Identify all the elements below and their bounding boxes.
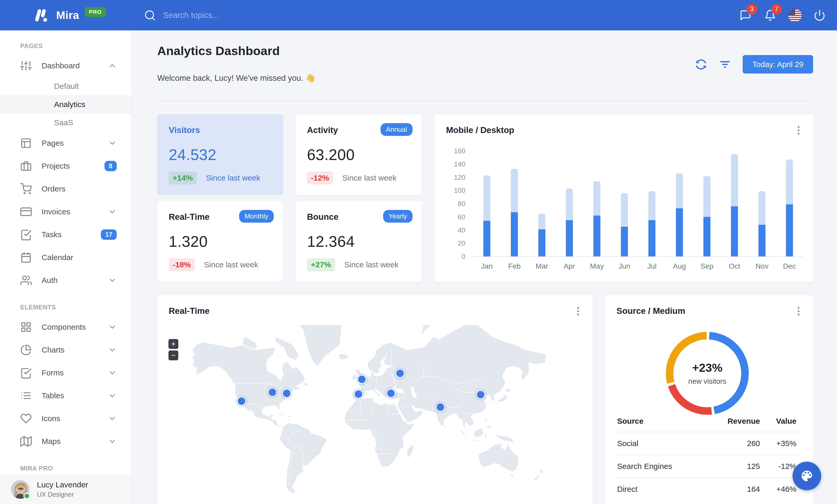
mobile-desktop-card: Mobile / Desktop 020406080100120140160Ja… xyxy=(434,114,813,282)
chevron-down-icon xyxy=(108,368,117,377)
sidebar-item-tables[interactable]: Tables xyxy=(0,384,131,407)
source-column-header[interactable]: Source xyxy=(617,413,707,432)
filter-button[interactable] xyxy=(719,58,731,71)
sidebar-item-label: Dashboard xyxy=(41,61,80,70)
source-table-row[interactable]: Search Engines125-12% xyxy=(617,455,802,478)
credit-card-icon xyxy=(20,206,32,218)
shopping-cart-icon xyxy=(20,183,32,194)
stat-delta-badge: +14% xyxy=(169,171,197,184)
messages-button[interactable]: 3 xyxy=(733,3,758,28)
source-table-row[interactable]: Social260+35% xyxy=(617,432,802,455)
check-square-icon xyxy=(20,367,32,378)
stat-caption: Since last week xyxy=(344,260,398,269)
sidebar-item-auth[interactable]: Auth xyxy=(0,269,131,292)
sidebar-item-orders[interactable]: Orders xyxy=(0,178,131,200)
stat-period-chip[interactable]: Monthly xyxy=(239,210,274,223)
chevron-down-icon xyxy=(108,139,117,148)
sidebar-item-forms[interactable]: Forms xyxy=(0,361,131,384)
svg-text:Mar: Mar xyxy=(535,262,548,270)
stat-value: 12.364 xyxy=(307,233,410,250)
stat-card-visitors: Visitors24.532+14%Since last week xyxy=(157,114,283,195)
language-button[interactable] xyxy=(782,3,807,28)
sidebar-item-label: Calendar xyxy=(41,253,73,262)
realtime-map-card: Real-Time + − xyxy=(157,295,593,504)
sidebar-item-dashboard[interactable]: Dashboard xyxy=(0,54,131,77)
donut-center-caption: new visitors xyxy=(688,377,726,386)
mobile-desktop-bar-chart: 020406080100120140160JanFebMarAprMayJunJ… xyxy=(446,146,805,275)
kebab-menu-icon[interactable] xyxy=(793,305,804,317)
stat-period-chip[interactable]: Annual xyxy=(380,123,412,136)
svg-text:Aug: Aug xyxy=(673,262,686,270)
value-column-header[interactable]: Value xyxy=(760,413,802,432)
refresh-button[interactable] xyxy=(695,58,707,71)
donut-center-value: +23% xyxy=(692,361,723,375)
revenue-cell: 125 xyxy=(707,455,760,478)
sidebar-item-tasks[interactable]: Tasks17 xyxy=(0,223,131,246)
sidebar-section-header: PAGES xyxy=(0,31,131,54)
map-zoom-in-button[interactable]: + xyxy=(168,339,178,349)
source-medium-title: Source / Medium xyxy=(617,306,802,316)
notifications-button[interactable]: 7 xyxy=(758,3,782,28)
source-table-row[interactable]: Direct164+46% xyxy=(617,478,802,500)
sidebar-item-projects[interactable]: Projects8 xyxy=(0,154,131,178)
online-status-dot xyxy=(23,492,30,499)
navbar-search xyxy=(144,10,309,21)
chevron-down-icon xyxy=(108,323,117,332)
theme-customizer-fab[interactable] xyxy=(793,462,821,490)
logout-button[interactable] xyxy=(807,3,832,28)
sidebar-user[interactable]: Lucy LavenderUX Designer xyxy=(0,475,131,504)
date-button[interactable]: Today: April 29 xyxy=(743,55,813,74)
stat-bottom: +27%Since last week xyxy=(307,258,410,271)
kebab-menu-icon[interactable] xyxy=(572,305,584,317)
palette-icon xyxy=(800,469,814,483)
sidebar-item-label: Orders xyxy=(41,184,66,193)
calendar-icon xyxy=(20,252,32,263)
user-role: UX Designer xyxy=(37,491,88,498)
kebab-menu-icon[interactable] xyxy=(793,125,804,136)
source-medium-card: Source / Medium +23% new visitors Source… xyxy=(605,295,813,504)
sidebar-item-invoices[interactable]: Invoices xyxy=(0,200,131,223)
power-icon xyxy=(814,10,825,21)
chevron-down-icon xyxy=(108,276,117,285)
search-input[interactable] xyxy=(163,11,309,20)
sidebar-item-charts[interactable]: Charts xyxy=(0,338,131,361)
revenue-column-header[interactable]: Revenue xyxy=(707,413,760,432)
us-flag-icon xyxy=(788,8,802,22)
sidebar-item-calendar[interactable]: Calendar xyxy=(0,246,131,269)
user-avatar xyxy=(11,480,30,499)
stat-period-chip[interactable]: Yearly xyxy=(383,210,412,223)
sidebar-item-label: Invoices xyxy=(41,207,70,216)
svg-text:Sep: Sep xyxy=(700,262,714,270)
sidebar-item-icons[interactable]: Icons xyxy=(0,407,131,430)
stat-value: 1.320 xyxy=(169,233,272,250)
mobile-desktop-title: Mobile / Desktop xyxy=(446,125,802,135)
brand[interactable]: Mira PRO xyxy=(33,7,106,24)
sidebar-section-header: ELEMENTS xyxy=(0,292,131,316)
sidebar-subitem-default[interactable]: Default xyxy=(0,77,131,95)
filter-icon xyxy=(719,58,731,71)
svg-text:80: 80 xyxy=(458,200,465,208)
sidebar-subitem-saas[interactable]: SaaS xyxy=(0,114,131,132)
revenue-cell: 260 xyxy=(707,432,760,455)
sidebar-item-components[interactable]: Components xyxy=(0,316,131,338)
pro-badge: PRO xyxy=(85,7,106,17)
stat-delta-badge: -12% xyxy=(307,171,333,184)
svg-text:0: 0 xyxy=(462,253,465,260)
sidebar-subitem-label: Default xyxy=(54,82,79,91)
sidebar-badge-tasks: 17 xyxy=(101,229,117,240)
world-map-container[interactable] xyxy=(157,321,593,504)
sidebar-item-maps[interactable]: Maps xyxy=(0,430,131,453)
sidebar-item-label: Auth xyxy=(41,276,58,285)
sidebar-subitem-analytics[interactable]: Analytics xyxy=(0,95,131,114)
stat-card-activity: ActivityAnnual63.200-12%Since last week xyxy=(296,114,422,195)
map-zoom-out-button[interactable]: − xyxy=(168,351,178,360)
sidebar-badge-projects: 8 xyxy=(105,161,117,171)
svg-text:Dec: Dec xyxy=(783,262,796,270)
map-icon xyxy=(20,436,32,447)
sidebar-item-pages[interactable]: Pages xyxy=(0,132,131,154)
source-medium-donut: +23% new visitors xyxy=(663,329,751,417)
svg-text:100: 100 xyxy=(454,187,465,194)
header-divider xyxy=(157,101,813,101)
list-icon xyxy=(20,390,32,402)
stat-caption: Since last week xyxy=(204,260,258,269)
